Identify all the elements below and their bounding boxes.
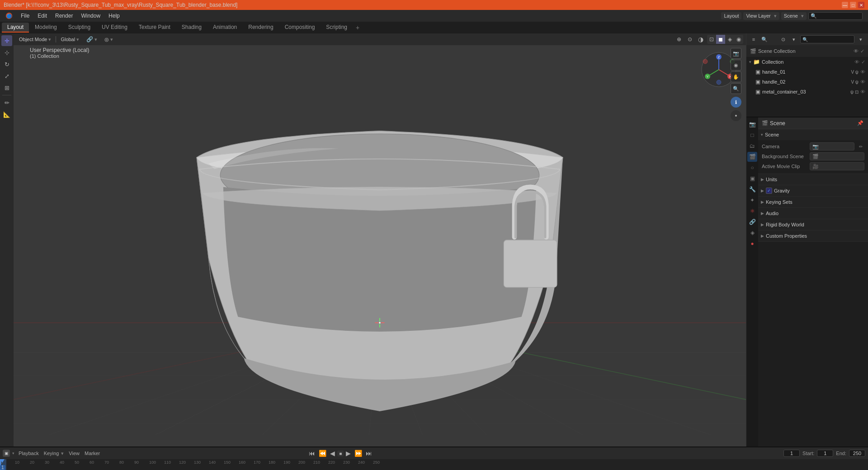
file-menu[interactable]: File (17, 12, 33, 20)
material-mode-btn[interactable]: ◈ (725, 35, 734, 44)
scale-tool[interactable]: ⤢ (1, 70, 12, 81)
solid-mode-btn[interactable]: ◼ (716, 35, 725, 44)
snap-selector[interactable]: 🔗 ▾ (84, 35, 100, 43)
camera-edit-btn[interactable]: ✏ (857, 144, 864, 150)
outliner-search-field[interactable]: 🔍 (800, 35, 854, 43)
filter-icon[interactable]: ≡ (749, 35, 758, 44)
maximize-button[interactable]: □ (850, 2, 856, 8)
rigid-body-header[interactable]: ▶ Rigid Body World (758, 219, 868, 230)
tab-rendering[interactable]: Rendering (243, 23, 278, 33)
viewport-render-btn[interactable]: ◉ (731, 60, 741, 70)
metalcontainer-visibility[interactable]: 👁 (860, 89, 865, 94)
active-movie-clip-field[interactable]: 🎥 (810, 162, 864, 170)
close-button[interactable]: ✕ (858, 2, 864, 8)
tab-animation[interactable]: Animation (208, 23, 242, 33)
marker-menu[interactable]: Marker (83, 450, 102, 456)
outliner-item-handle02[interactable]: ▣ handle_02 V ψ 👁 (746, 77, 868, 87)
modifier-props-icon[interactable]: 🔧 (747, 184, 757, 194)
outliner-filter-icon[interactable]: ▾ (789, 35, 798, 44)
keying-menu[interactable]: Keying ▾ (42, 450, 66, 457)
orientation-mini-dot[interactable] (731, 110, 741, 121)
search-box[interactable]: 🔍 (808, 12, 863, 20)
output-props-icon[interactable]: □ (747, 130, 757, 140)
help-menu[interactable]: Help (105, 12, 123, 20)
outliner-item-handle01[interactable]: ▣ handle_01 V ψ 👁 (746, 67, 868, 77)
view-layer-selector[interactable]: View Layer ▾ (743, 12, 779, 20)
outliner-options-icon[interactable]: ⊙ (778, 35, 788, 44)
timeline-frame-ruler[interactable]: 1 10 20 30 40 50 60 70 80 90 100 110 120… (0, 459, 868, 470)
outliner-add-icon[interactable]: ▾ (856, 35, 865, 44)
prop-editing-btn[interactable]: ◎ ▾ (102, 36, 116, 43)
world-props-icon[interactable]: ○ (747, 163, 757, 173)
gravity-section-header[interactable]: ▶ Gravity (758, 185, 868, 196)
current-frame-display[interactable]: 1 (783, 450, 800, 457)
viewlayer-props-icon[interactable]: 🗂 (747, 141, 757, 151)
jump-to-start-btn[interactable]: ⏮ (307, 450, 316, 457)
collection-select[interactable]: ✓ (861, 59, 865, 65)
viewport-zoom-btn[interactable]: 🔍 (731, 83, 741, 94)
tab-scripting[interactable]: Scripting (321, 23, 353, 33)
transform-tool[interactable]: ⊞ (1, 82, 12, 93)
window-menu[interactable]: Window (77, 12, 104, 20)
tab-modeling[interactable]: Modeling (29, 23, 62, 33)
scene-props-icon[interactable]: 🎬 (747, 152, 757, 162)
current-frame-badge[interactable]: 1 (0, 465, 5, 470)
start-frame-display[interactable]: 1 (817, 450, 833, 457)
tab-texture-paint[interactable]: Texture Paint (133, 23, 176, 33)
viewport-gizmo-toggle[interactable]: ⊕ (675, 35, 684, 44)
next-frame-btn[interactable]: ⏩ (353, 450, 363, 457)
material-props-icon[interactable]: ● (747, 239, 757, 249)
viewport-help-btn[interactable]: ℹ (731, 97, 741, 108)
data-props-icon[interactable]: ◈ (747, 228, 757, 238)
camera-field[interactable]: 📷 (810, 142, 854, 150)
constraint-props-icon[interactable]: 🔗 (747, 217, 757, 227)
move-tool[interactable]: ⊹ (1, 47, 12, 58)
collection-visibility[interactable]: 👁 (854, 59, 859, 65)
play-btn[interactable]: ▶ (344, 450, 352, 457)
end-frame-display[interactable]: 250 (849, 450, 865, 457)
scene-section-header[interactable]: ▾ Scene (758, 129, 868, 140)
render-props-icon[interactable]: 📷 (747, 119, 757, 129)
viewport-camera-btn[interactable]: 📷 (731, 48, 741, 59)
outliner-item-metalcontainer[interactable]: ▣ metal_container_03 ψ ⊡ 👁 (746, 87, 868, 97)
scene-selector[interactable]: Scene ▾ (781, 12, 807, 20)
tab-uv-editing[interactable]: UV Editing (96, 23, 133, 33)
physics-props-icon[interactable]: ⚛ (747, 206, 757, 216)
background-scene-field[interactable]: 🎬 (810, 152, 864, 160)
viewport-overlay-toggle[interactable]: ⊙ (685, 35, 694, 44)
tab-sculpting[interactable]: Sculpting (63, 23, 96, 33)
render-menu[interactable]: Render (52, 12, 76, 20)
add-workspace-button[interactable]: + (353, 23, 362, 32)
timeline-type-icon[interactable]: ▣ (3, 450, 10, 457)
outliner[interactable]: 🎬 Scene Collection 👁 ✓ ▾ 📁 Collection 👁 … (746, 45, 868, 118)
playback-menu[interactable]: Playback (17, 450, 41, 456)
audio-section-header[interactable]: ▶ Audio (758, 208, 868, 219)
tab-shading[interactable]: Shading (176, 23, 207, 33)
viewport-xray-toggle[interactable]: ◑ (696, 35, 705, 44)
particle-props-icon[interactable]: ✦ (747, 195, 757, 205)
stop-btn[interactable]: ■ (337, 451, 344, 456)
tab-layout[interactable]: Layout (2, 23, 29, 33)
edit-menu[interactable]: Edit (34, 12, 51, 20)
wireframe-mode-btn[interactable]: ⊡ (707, 35, 716, 44)
outliner-item-collection[interactable]: ▾ 📁 Collection 👁 ✓ (746, 57, 868, 67)
render-mode-btn[interactable]: ◉ (734, 35, 743, 44)
3d-scene-view[interactable] (14, 33, 746, 435)
blender-menu[interactable]: 🔵 (2, 11, 16, 20)
3d-viewport[interactable]: Object Mode ▾ Global ▾ 🔗 ▾ ◎ ▾ (14, 33, 746, 446)
handle01-visibility[interactable]: 👁 (860, 69, 865, 75)
object-props-icon[interactable]: ▣ (747, 174, 757, 183)
view-menu[interactable]: View (67, 450, 81, 456)
annotate-tool[interactable]: ✏ (1, 97, 12, 108)
global-orientation-selector[interactable]: Global ▾ (58, 36, 82, 43)
rotate-tool[interactable]: ↻ (1, 59, 12, 70)
custom-props-header[interactable]: ▶ Custom Properties (758, 230, 868, 241)
props-pin-icon[interactable]: 📌 (856, 119, 864, 127)
object-mode-selector[interactable]: Object Mode ▾ (16, 36, 54, 43)
minimize-button[interactable]: — (842, 2, 848, 8)
jump-to-end-btn[interactable]: ⏭ (364, 450, 373, 457)
handle02-visibility[interactable]: 👁 (860, 79, 865, 85)
play-reverse-btn[interactable]: ◀ (329, 450, 336, 457)
prev-frame-btn[interactable]: ⏪ (317, 450, 328, 457)
gravity-checkbox[interactable] (766, 188, 772, 194)
